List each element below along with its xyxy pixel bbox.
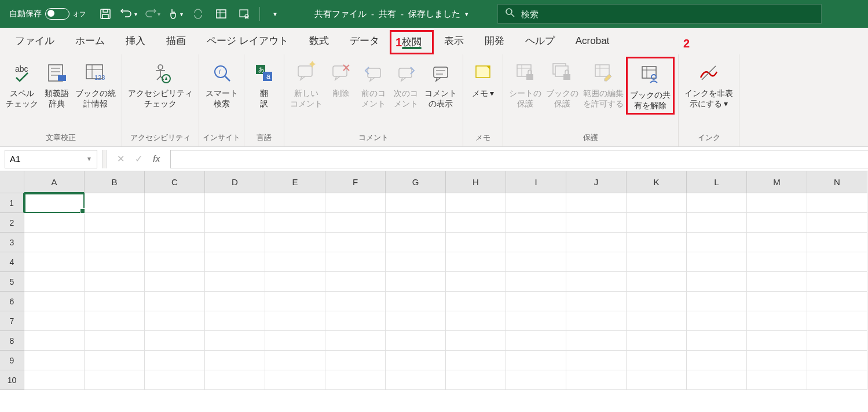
cell-G4[interactable]: [386, 252, 446, 272]
cell-G10[interactable]: [386, 370, 446, 390]
cell-M8[interactable]: [747, 331, 807, 351]
cell-M9[interactable]: [747, 351, 807, 370]
touch-mode-icon[interactable]: ▾: [164, 5, 185, 23]
cell-H7[interactable]: [446, 311, 506, 331]
cell-B2[interactable]: [85, 213, 145, 233]
col-header-A[interactable]: A: [24, 171, 85, 193]
cell-B7[interactable]: [85, 311, 145, 331]
cell-I3[interactable]: [506, 233, 566, 252]
form-icon[interactable]: [211, 5, 232, 23]
cell-G2[interactable]: [386, 213, 446, 233]
cell-F10[interactable]: [325, 370, 386, 390]
cell-D7[interactable]: [205, 311, 265, 331]
cell-D8[interactable]: [205, 331, 265, 351]
cell-K2[interactable]: [627, 213, 687, 233]
cell-E3[interactable]: [265, 233, 325, 252]
cell-J6[interactable]: [566, 292, 627, 311]
ribbon-btn-unshare[interactable]: ブックの共 有を解除: [626, 57, 675, 115]
row-header-1[interactable]: 1: [0, 193, 24, 213]
cell-F1[interactable]: [325, 193, 386, 213]
cell-M5[interactable]: [747, 272, 807, 292]
cell-A6[interactable]: [24, 292, 85, 311]
cell-C5[interactable]: [145, 272, 205, 292]
cell-H5[interactable]: [446, 272, 506, 292]
cell-N4[interactable]: [807, 252, 867, 272]
cell-G8[interactable]: [386, 331, 446, 351]
cell-C3[interactable]: [145, 233, 205, 252]
cell-I10[interactable]: [506, 370, 566, 390]
row-header-9[interactable]: 9: [0, 351, 24, 370]
cell-G6[interactable]: [386, 292, 446, 311]
cell-M10[interactable]: [747, 370, 807, 390]
ribbon-btn-memo[interactable]: メモ ▾: [467, 57, 499, 101]
cell-K10[interactable]: [627, 370, 687, 390]
cell-C4[interactable]: [145, 252, 205, 272]
cell-F6[interactable]: [325, 292, 386, 311]
cell-H9[interactable]: [446, 351, 506, 370]
cell-D2[interactable]: [205, 213, 265, 233]
chevron-down-icon[interactable]: ▼: [86, 156, 92, 162]
cell-E4[interactable]: [265, 252, 325, 272]
cell-J5[interactable]: [566, 272, 627, 292]
cell-H8[interactable]: [446, 331, 506, 351]
row-header-3[interactable]: 3: [0, 233, 24, 252]
cell-N2[interactable]: [807, 213, 867, 233]
cell-K4[interactable]: [627, 252, 687, 272]
cell-B5[interactable]: [85, 272, 145, 292]
search-box[interactable]: [497, 4, 822, 24]
cell-I7[interactable]: [506, 311, 566, 331]
cell-M6[interactable]: [747, 292, 807, 311]
cell-K8[interactable]: [627, 331, 687, 351]
cell-K7[interactable]: [627, 311, 687, 331]
autosave-toggle[interactable]: 自動保存 オフ: [6, 8, 89, 20]
cell-N1[interactable]: [807, 193, 867, 213]
save-icon[interactable]: [95, 5, 116, 23]
cell-D9[interactable]: [205, 351, 265, 370]
tab-校閲[interactable]: 校閲: [390, 30, 434, 54]
cell-F7[interactable]: [325, 311, 386, 331]
tab-表示[interactable]: 表示: [434, 28, 474, 54]
cell-A4[interactable]: [24, 252, 85, 272]
cell-A3[interactable]: [24, 233, 85, 252]
cell-L2[interactable]: [687, 213, 747, 233]
chevron-down-icon[interactable]: ▾: [465, 10, 468, 18]
cell-E10[interactable]: [265, 370, 325, 390]
cell-J4[interactable]: [566, 252, 627, 272]
name-box[interactable]: A1 ▼: [5, 150, 97, 168]
select-all-corner[interactable]: [0, 171, 24, 193]
cell-D4[interactable]: [205, 252, 265, 272]
cell-I8[interactable]: [506, 331, 566, 351]
cell-G1[interactable]: [386, 193, 446, 213]
cell-M3[interactable]: [747, 233, 807, 252]
cell-A1[interactable]: [24, 193, 85, 213]
cell-G7[interactable]: [386, 311, 446, 331]
cell-A8[interactable]: [24, 331, 85, 351]
row-header-8[interactable]: 8: [0, 331, 24, 351]
col-header-G[interactable]: G: [386, 171, 446, 193]
col-header-E[interactable]: E: [265, 171, 325, 193]
ribbon-btn-spell[interactable]: abcスペル チェック: [3, 57, 41, 111]
cell-D6[interactable]: [205, 292, 265, 311]
cell-M2[interactable]: [747, 213, 807, 233]
cell-H4[interactable]: [446, 252, 506, 272]
col-header-J[interactable]: J: [566, 171, 627, 193]
cell-J8[interactable]: [566, 331, 627, 351]
col-header-F[interactable]: F: [325, 171, 386, 193]
cell-L3[interactable]: [687, 233, 747, 252]
cell-B3[interactable]: [85, 233, 145, 252]
tab-データ[interactable]: データ: [339, 28, 390, 54]
cell-L6[interactable]: [687, 292, 747, 311]
col-header-H[interactable]: H: [446, 171, 506, 193]
cell-L5[interactable]: [687, 272, 747, 292]
ribbon-btn-smart[interactable]: iスマート 検索: [203, 57, 240, 111]
cell-A10[interactable]: [24, 370, 85, 390]
ribbon-btn-thesaurus[interactable]: 類義語 辞典: [41, 57, 73, 111]
cell-L8[interactable]: [687, 331, 747, 351]
col-header-N[interactable]: N: [807, 171, 867, 193]
col-header-M[interactable]: M: [747, 171, 807, 193]
ribbon-btn-a11y[interactable]: アクセシビリティ チェック: [126, 57, 195, 111]
cell-F4[interactable]: [325, 252, 386, 272]
tab-ページ レイアウト[interactable]: ページ レイアウト: [196, 28, 299, 54]
cell-F8[interactable]: [325, 331, 386, 351]
cell-J3[interactable]: [566, 233, 627, 252]
